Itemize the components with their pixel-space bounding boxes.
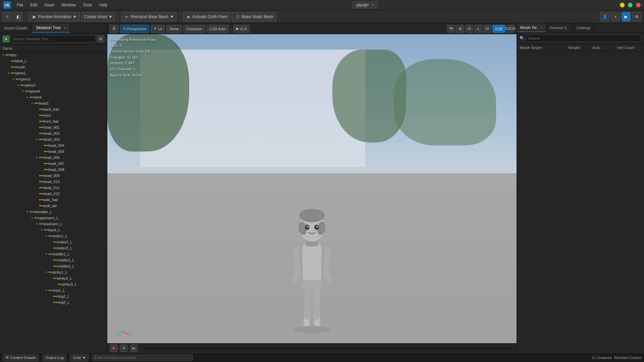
tree-item-pinky2-l[interactable]: pinky2_L [0,275,107,281]
tree-item-hips[interactable]: ▼ hips [0,52,107,58]
tree-item-mouth[interactable]: mouth [0,64,107,70]
tree-item-head005[interactable]: head_005 [0,148,107,155]
tree-item-upperarm-l[interactable]: ▼ upperarm_L [0,215,107,221]
viewport-canvas[interactable]: Previewing Reference Pose LOD: 0 Current… [107,34,517,343]
menu-help[interactable]: Help [97,2,110,8]
make-static-button[interactable]: ⬡ Make Static Mesh [232,12,276,21]
tree-item-wolf-tail[interactable]: wolf_tail [0,203,107,209]
menu-edit[interactable]: Edit [28,2,40,8]
tree-item-head006[interactable]: ▼ head_006 [0,155,107,161]
tree-item-index2-l[interactable]: index2_L [0,239,107,245]
tree-item-middle2-l[interactable]: middle2_L [0,257,107,263]
skeleton-tree-tab-close[interactable]: × [64,26,66,30]
toolbar-icon-layout[interactable]: ◧ [13,12,23,21]
morph-search-input[interactable] [526,35,641,42]
tree-item-spine2[interactable]: ▼ spine2 [0,76,107,82]
tab-morph-target[interactable]: Morph Tar... × [517,23,546,32]
vp-angle-btn[interactable]: ∠ [474,25,482,33]
maximize-button[interactable]: □ [628,3,633,7]
show-btn[interactable]: Show [166,25,182,33]
tree-item-ring2-l[interactable]: ring2_L [0,293,107,299]
tree-item-pinky3-l[interactable]: pinky3_L [0,281,107,287]
timeline-bar[interactable] [144,347,511,349]
tree-item-back-hair[interactable]: back_hair [0,106,107,112]
morph-target-close[interactable]: × [541,26,543,29]
settings-icon-btn[interactable]: ⚙ [632,12,641,21]
file-tab[interactable]: pipulp• × [352,1,378,9]
pause-button[interactable]: ⏸ [120,345,127,352]
lod-btn[interactable]: LOD Auto [207,25,229,33]
skeleton-search-input[interactable] [11,35,96,43]
tree-item-pinky1-l[interactable]: ▼ pinky1_L [0,269,107,275]
vp-time-btn[interactable]: 0.0133 [506,25,515,33]
tree-item-eyes[interactable]: eyes [0,112,107,118]
tree-item-head002[interactable]: head_002 [0,130,107,136]
tree-item-hand-l[interactable]: ▼ hand_L [0,227,107,233]
user-icon-btn[interactable]: 👤 [600,12,609,21]
tree-item-spine3[interactable]: ▼ spine3 [0,82,107,88]
output-log-button[interactable]: Output Log [42,354,66,361]
tree-item-head001[interactable]: head_001 [0,124,107,130]
tree-item-blink-l[interactable]: blink_L [0,58,107,64]
grid-btn[interactable]: ⊞ [456,25,464,33]
menu-file[interactable]: File [14,2,26,8]
preview-animation-button[interactable]: ▶ Preview Animation ▼ [29,12,80,21]
reimport-button[interactable]: ↩ Reimport Base Mesh ▼ [121,12,177,21]
tree-item-head011[interactable]: head_011 [0,185,107,191]
menu-window[interactable]: Window [59,2,78,8]
tree-item-neck[interactable]: ▼ neck [0,94,107,100]
console-input[interactable] [92,354,193,361]
tab-clothing[interactable]: Clothing [573,23,594,32]
tree-item-head1[interactable]: ▼ head1 [0,100,107,106]
tree-item-spine4[interactable]: ▼ spine4 [0,88,107,94]
play-btn-blue[interactable]: ▶ [622,12,631,21]
vp-blue-btn[interactable]: 0.25 [492,25,505,33]
vp-num-btn2[interactable]: 10 [483,25,491,33]
lit-btn[interactable]: ☀ Lit [151,25,165,33]
tab-skeleton-tree[interactable]: Skeleton Tree × [32,23,70,33]
add-icon-btn[interactable]: + [611,12,620,21]
tree-item-middle3-l[interactable]: middle3_L [0,263,107,269]
tree-item-middle1-l[interactable]: ▼ middle1_L [0,251,107,257]
tree-item-ring3-l[interactable]: ring3_L [0,299,107,305]
tree-item-front-hair[interactable]: front_hair [0,118,107,124]
menu-tools[interactable]: Tools [80,2,95,8]
tree-item-lowerarm-l[interactable]: ▼ lowerarm_L [0,221,107,227]
tree-item-head007[interactable]: head_007 [0,161,107,167]
tree-item-index1-l[interactable]: ▼ index1_L [0,233,107,239]
record-button[interactable]: ⏺ [110,345,117,352]
tree-item-head008[interactable]: head_008 [0,167,107,173]
skeleton-settings-button[interactable]: ⚙ [97,35,104,43]
menu-asset[interactable]: Asset [42,2,57,8]
tree-item-shoulder-l[interactable]: ▼ shoulder_L [0,209,107,215]
hamburger-btn[interactable]: ☰ [109,25,119,33]
forward-button[interactable]: ⏭ [130,345,138,352]
play-pause-btn[interactable]: ▶ x1.0 [233,25,250,33]
tree-item-index3-l[interactable]: index3_L [0,245,107,251]
minimize-button[interactable]: ─ [620,3,625,7]
tree-item-side-hair[interactable]: side_hair [0,197,107,203]
character-btn[interactable]: Character [183,25,205,33]
content-drawer-button[interactable]: ⊞ Content Drawer [3,354,39,361]
tree-item-ring1-l[interactable]: ▼ ring1_L [0,287,107,293]
close-button[interactable]: × [636,3,641,7]
add-bone-button[interactable]: + [3,36,9,42]
tab-preview-scene[interactable]: Preview S... [546,23,573,32]
toolbar-icon-menu[interactable]: ≡ [3,12,12,21]
tree-item-head003[interactable]: ▼ head_003 [0,136,107,142]
create-asset-button[interactable]: Create Asset ▼ [81,12,116,21]
tree-item-head010[interactable]: head_010 [0,179,107,185]
bone-label-neck: neck [34,95,42,99]
vp-num-btn1[interactable]: 10 [465,25,473,33]
skeleton-tree-scroll[interactable]: ▼ hips blink_L mouth ▼ spine1 [0,52,107,353]
file-tab-close[interactable]: × [372,3,374,7]
tree-item-head004[interactable]: head_004 [0,142,107,148]
tree-item-spine1[interactable]: ▼ spine1 [0,70,107,76]
tree-item-head009[interactable]: head_009 [0,173,107,179]
camera-speed-btn[interactable]: 📷 [447,25,455,33]
cmd-button[interactable]: Cmd ▼ [70,354,89,361]
activate-cloth-button[interactable]: ◈ Activate Cloth Paint [182,12,230,21]
tab-asset-details[interactable]: Asset Details [0,23,32,33]
perspective-btn[interactable]: ⊡ Perspective [120,25,149,33]
tree-item-head012[interactable]: head_012 [0,191,107,197]
